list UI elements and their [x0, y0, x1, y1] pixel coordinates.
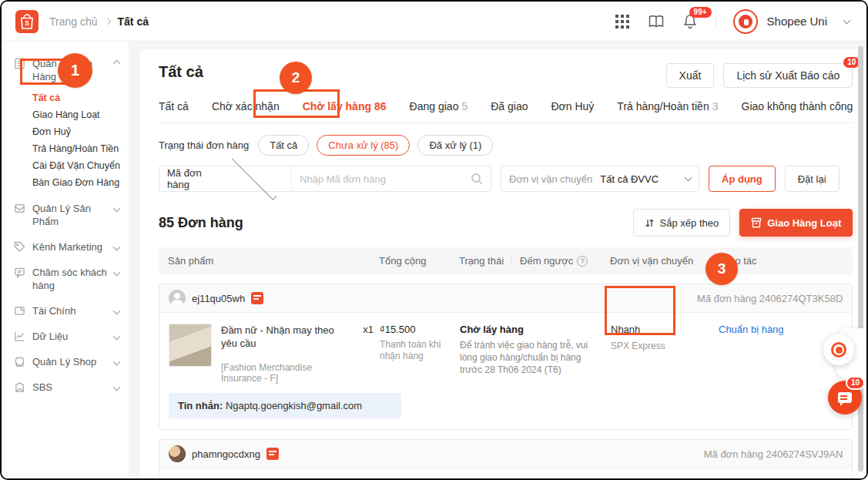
sort-button[interactable]: Sắp xếp theo	[633, 209, 731, 237]
chevron-down-icon	[113, 243, 121, 251]
tab-shipping[interactable]: Đang giao5	[410, 100, 468, 112]
vertical-scrollbar[interactable]	[858, 46, 863, 472]
tab-label: Giao không thành công	[742, 100, 853, 112]
sidebar-group-label: Quản Lý Sản Phẩm	[32, 202, 107, 228]
buyer-username[interactable]: phamngocdxng	[192, 448, 260, 460]
search-icon[interactable]	[471, 173, 483, 185]
product-variant: [Fashion Merchandise Insurance - F]	[221, 362, 352, 384]
status-pill-all[interactable]: Tất cả	[258, 135, 309, 156]
product-management-icon	[14, 203, 25, 214]
tab-label: Đơn Huỷ	[551, 100, 594, 112]
sidebar-group-label: Kênh Marketing	[32, 240, 107, 253]
tab-to-confirm[interactable]: Chờ xác nhận	[212, 100, 280, 112]
sidebar-item-returns[interactable]: Trả Hàng/Hoàn Tiền	[32, 140, 129, 157]
sidebar-group-shop-management[interactable]: Quản Lý Shop	[2, 349, 129, 374]
product-name[interactable]: Đầm nữ - Nhận may theo yêu cầu	[221, 324, 352, 350]
buyer-message-text: Ngaptq.goengkish@gmail.com	[226, 400, 362, 411]
sidebar-group-finance[interactable]: Tài Chính	[2, 298, 129, 324]
carrier-name: Nhanh	[611, 324, 719, 335]
order-status: Chờ lấy hàng	[460, 324, 611, 335]
tab-label: Tất cả	[159, 100, 189, 112]
carrier-cell: Nhanh SPX Express	[611, 324, 719, 384]
carrier-filter-label: Đơn vị vận chuyển	[509, 173, 592, 185]
data-chart-icon	[14, 331, 25, 342]
sidebar-item-shipping-settings[interactable]: Cài Đặt Vận Chuyển	[32, 157, 129, 174]
buyer-message: Tin nhắn: Ngaptq.goengkish@gmail.com	[169, 393, 401, 418]
page-title: Tất cả	[159, 63, 203, 81]
user-name[interactable]: Shopee Uni	[767, 15, 827, 28]
apps-grid-icon[interactable]	[614, 13, 631, 30]
shopee-logo-icon[interactable]: S	[15, 10, 39, 33]
search-field-select[interactable]: Mã đơn hàng	[159, 166, 292, 191]
bulk-ship-button[interactable]: Giao Hàng Loạt	[739, 209, 853, 237]
status-pill-unprocessed[interactable]: Chưa xử lý (85)	[317, 135, 410, 156]
sidebar-group-label: Chăm sóc khách hàng	[32, 266, 107, 292]
sidebar-group-label: Quản Lý Shop	[32, 355, 107, 368]
buyer-username[interactable]: ej11qu05wh	[192, 293, 245, 304]
status-pill-processed[interactable]: Đã xử lý (1)	[417, 135, 493, 156]
tab-delivered[interactable]: Đã giao	[491, 100, 528, 112]
bulk-ship-icon	[751, 217, 762, 228]
annotation-circle-step1: 1	[58, 53, 92, 88]
record-dot-icon	[831, 342, 846, 357]
tab-label: Đang giao	[410, 100, 459, 112]
order-id-value: 2406274QT3K58D	[759, 293, 843, 304]
chevron-down-icon	[113, 269, 121, 277]
sidebar-group-product-management[interactable]: Quản Lý Sản Phẩm	[2, 196, 129, 234]
order-status-tabs: Tất cả Chờ xác nhận Chờ lấy hàng86 Đang …	[159, 100, 853, 123]
tab-all[interactable]: Tất cả	[159, 100, 189, 112]
apply-button[interactable]: Áp dụng	[709, 166, 776, 192]
sidebar-group-marketing[interactable]: Kênh Marketing	[2, 234, 129, 260]
order-id: Mã đơn hàng 2406274SVJ9AN	[704, 448, 843, 460]
chat-icon[interactable]	[266, 448, 279, 460]
tab-cancelled[interactable]: Đơn Huỷ	[551, 100, 594, 112]
countdown-help-icon[interactable]: ?	[577, 256, 588, 267]
tab-returns[interactable]: Trả hàng/Hoàn tiền3	[617, 100, 718, 112]
bulk-ship-label: Giao Hàng Loạt	[767, 217, 841, 229]
export-history-button[interactable]: Lịch sử Xuất Báo cáo 10	[723, 63, 853, 88]
tab-label: Chờ lấy hàng	[303, 100, 371, 112]
sidebar-group-sbs[interactable]: SBS	[2, 374, 129, 400]
sidebar-item-cancelled[interactable]: Đơn Huỷ	[32, 123, 129, 140]
chat-bubble-icon	[838, 392, 852, 403]
quantity: x1	[352, 324, 380, 384]
chat-icon[interactable]	[251, 292, 263, 304]
sidebar-group-label: SBS	[32, 381, 107, 394]
sidebar-group-customer-care[interactable]: Chăm sóc khách hàng	[2, 260, 129, 298]
notification-count-badge: 99+	[689, 7, 712, 18]
sidebar-item-all-orders[interactable]: Tất cả	[32, 89, 129, 106]
export-history-label: Lịch sử Xuất Báo cáo	[736, 69, 840, 82]
sidebar-item-bulk-shipping[interactable]: Giao Hàng Loạt	[32, 106, 129, 123]
search-input[interactable]	[292, 173, 471, 185]
user-menu-chevron-down-icon[interactable]	[843, 16, 851, 24]
sidebar-group-label: Dữ Liệu	[32, 330, 107, 343]
status-filter-label: Trạng thái đơn hàng	[159, 139, 249, 151]
screen-record-button[interactable]	[823, 334, 854, 365]
product-image[interactable]	[169, 324, 212, 367]
order-id-label: Mã đơn hàng	[704, 448, 763, 460]
top-bar: S Trang chủ Tất cả 99+ Shopee Uni	[2, 2, 866, 42]
user-avatar[interactable]	[733, 9, 758, 34]
prepare-goods-link[interactable]: Chuẩn bị hàng	[719, 324, 843, 335]
chevron-up-icon	[113, 60, 121, 68]
column-header-countdown: Đếm ngược	[520, 255, 573, 267]
chevron-down-icon	[685, 174, 692, 182]
export-button[interactable]: Xuất	[666, 63, 715, 88]
tab-to-ship[interactable]: Chờ lấy hàng86	[303, 100, 387, 112]
svg-text:S: S	[25, 19, 29, 27]
notification-bell-icon[interactable]: 99+	[682, 13, 699, 30]
order-management-icon	[14, 58, 25, 69]
product-cell: Đầm nữ - Nhận may theo yêu cầu [Fashion …	[169, 324, 352, 384]
reset-button[interactable]: Đặt lại	[785, 166, 840, 192]
shop-icon	[14, 356, 25, 368]
chat-float-button[interactable]: 10	[828, 381, 862, 415]
orders-table-header: Sản phẩm Tổng cộng Trạng thái Đếm ngược …	[159, 247, 853, 274]
column-header-status: Trạng thái	[459, 255, 504, 267]
breadcrumb-home[interactable]: Trang chủ	[49, 15, 98, 28]
tab-failed-delivery[interactable]: Giao không thành công	[742, 100, 853, 112]
sidebar-item-handover[interactable]: Bàn Giao Đơn Hàng	[32, 174, 129, 191]
sidebar-group-data[interactable]: Dữ Liệu	[2, 324, 129, 349]
order-status-note: Để tránh việc giao hàng trễ, vui lòng gi…	[460, 339, 611, 376]
carrier-filter-select[interactable]: Đơn vị vận chuyển Tất cả ĐVVC	[501, 166, 699, 192]
guide-book-icon[interactable]	[648, 13, 665, 30]
